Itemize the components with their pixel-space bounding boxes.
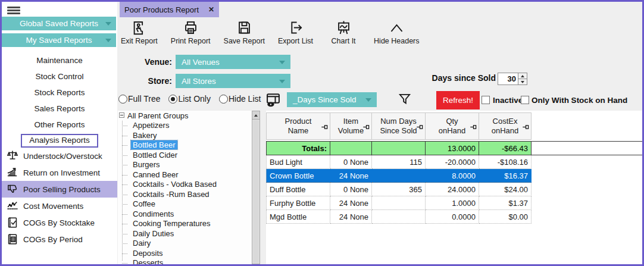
printer-icon — [183, 20, 199, 36]
days-since-sold-value[interactable]: 30 — [498, 73, 518, 85]
qty-onhand-cell: 0.0000 — [426, 210, 479, 224]
pin-icon[interactable] — [363, 124, 370, 130]
sidebar-item-poor-selling-products[interactable]: Poor Selling Products — [2, 181, 117, 198]
days-since-sold-stepper[interactable]: 30 — [498, 73, 527, 85]
sidebar-item-cogs-by-period[interactable]: COGs By Period — [2, 231, 117, 248]
close-icon[interactable]: ✕ — [208, 5, 214, 14]
tree-scrollbar[interactable] — [252, 111, 260, 264]
sort-column-select[interactable]: _Days Since Sold — [287, 92, 377, 107]
tree-item[interactable]: Canned Beer — [118, 170, 252, 180]
store-select[interactable]: All Stores — [176, 74, 290, 88]
sidebar-item-analysis-reports[interactable]: Analysis Reports — [2, 133, 117, 149]
column-header-num-days-since-sold[interactable]: Num DaysSince Sold — [372, 112, 426, 140]
sidebar-item-other-reports[interactable]: Other Reports — [2, 117, 117, 133]
column-header-item-volume[interactable]: ItemVolume — [330, 112, 372, 140]
tree-item[interactable]: Appetizers — [118, 121, 252, 131]
tab-poor-products-report[interactable]: Poor Products Report ✕ — [120, 2, 219, 17]
save-report-button[interactable]: Save Report — [224, 20, 265, 45]
store-label: Store: — [115, 76, 172, 86]
global-saved-reports-label: Global Saved Reports — [20, 19, 98, 28]
spin-up-button[interactable] — [518, 73, 527, 79]
tree-item[interactable]: Cooking Temperatures — [118, 219, 252, 229]
exit-door-icon — [131, 20, 147, 36]
radio-circle — [219, 95, 228, 104]
pin-icon[interactable] — [470, 124, 477, 130]
pin-icon[interactable] — [523, 124, 529, 130]
tree-item[interactable]: Burgers — [118, 160, 252, 170]
collapse-icon[interactable] — [119, 112, 124, 118]
tree-item[interactable]: Desserts — [118, 258, 252, 264]
radio-hide-list[interactable]: Hide List — [219, 94, 261, 104]
tree-item[interactable]: Coffee — [118, 199, 252, 209]
tree-item[interactable]: Cocktails -Rum Based — [118, 190, 252, 200]
radio-full-tree[interactable]: Full Tree — [118, 94, 160, 104]
only-with-stock-checkbox[interactable] — [521, 96, 529, 104]
totals-item-volume — [330, 142, 372, 155]
filter-button[interactable] — [397, 91, 412, 110]
parent-groups-tree: All Parent Groups AppetizersBakeryBottle… — [118, 111, 252, 264]
inactive-checkbox-label: Inactive — [493, 96, 523, 105]
pin-icon[interactable] — [321, 124, 328, 130]
chevron-up-icon — [389, 20, 405, 36]
chevron-down-icon — [279, 61, 285, 64]
sidebar-item-return-on-investment[interactable]: Return on Investment — [2, 164, 117, 181]
scroll-up-button[interactable] — [252, 111, 260, 120]
tree-item[interactable]: Condiments — [118, 209, 252, 220]
table-row[interactable]: Duff Bottle 0 None 365 24.0000 $24.00 — [266, 183, 642, 196]
my-saved-reports-label: My Saved Reports — [26, 36, 92, 45]
print-report-button[interactable]: Print Report — [171, 20, 211, 45]
column-header-product-name[interactable]: ProductName — [266, 112, 330, 140]
tree-root-all-parent-groups[interactable]: All Parent Groups — [118, 111, 252, 121]
tree-item[interactable]: Bottled Cider — [118, 151, 252, 161]
tree-item[interactable]: Cocktails - Vodka Based — [118, 180, 252, 190]
venue-select[interactable]: All Venues — [176, 55, 290, 69]
chevron-down-icon — [105, 39, 111, 42]
refresh-button[interactable]: Refresh! — [436, 91, 480, 109]
tree-item[interactable]: Deposits — [118, 249, 252, 259]
radio-list-only[interactable]: List Only — [168, 94, 210, 104]
radio-circle-selected — [168, 95, 177, 104]
exit-report-button[interactable]: Exit Report — [121, 20, 158, 45]
sidebar-item-understock-overstock[interactable]: Understock/Overstock — [2, 148, 117, 164]
column-header-costex-onhand[interactable]: CostExonHand — [479, 112, 532, 140]
column-header-qty-onhand[interactable]: QtyonHand — [426, 112, 479, 140]
spin-down-button[interactable] — [518, 79, 527, 85]
num-days-cell — [372, 210, 426, 224]
sidebar-item-maintenance[interactable]: Maintenance — [2, 52, 117, 68]
pin-icon[interactable] — [417, 124, 423, 130]
table-row[interactable]: Mgd Bottle 24 None 0.0000 $0.00 — [266, 210, 642, 224]
sidebar-item-stock-reports[interactable]: Stock Reports — [2, 85, 117, 101]
hide-headers-button[interactable]: Hide Headers — [374, 20, 419, 45]
column-chooser-button[interactable] — [265, 90, 282, 108]
export-list-button[interactable]: Export List — [278, 20, 313, 45]
sidebar-item-cogs-by-stocktake[interactable]: COGs By Stocktake — [2, 214, 117, 231]
view-mode-radios: Full Tree List Only Hide List — [118, 94, 261, 104]
costex-onhand-cell: $16.37 — [479, 169, 532, 183]
inactive-checkbox[interactable] — [482, 96, 490, 104]
export-arrow-icon — [287, 20, 304, 36]
line-chart-icon — [6, 199, 19, 212]
table-row[interactable]: Crown Bottle 24 None 8.0000 $16.37 — [266, 169, 642, 183]
product-name-cell: Bud Light — [266, 155, 330, 169]
global-saved-reports-dropdown[interactable]: Global Saved Reports — [2, 17, 116, 30]
chart-it-button[interactable]: Chart It — [326, 20, 361, 45]
product-name-cell: Duff Bottle — [266, 183, 330, 196]
table-row[interactable]: Furphy Bottle 24 None 1.0000 $1.37 — [266, 196, 642, 210]
tree-item[interactable]: Bakery — [118, 131, 252, 141]
table-row[interactable]: Bud Light 0 None 115 -20.0000 -$108.16 — [266, 155, 642, 169]
menu-icon[interactable] — [7, 5, 20, 16]
scrollbar-thumb[interactable] — [253, 120, 259, 263]
tab-bar: Poor Products Report ✕ — [117, 2, 642, 17]
my-saved-reports-dropdown[interactable]: My Saved Reports — [2, 33, 116, 47]
scales-icon — [6, 149, 19, 162]
totals-label: Totals: — [266, 142, 330, 155]
tree-item[interactable]: Bottled Beer — [118, 140, 252, 151]
sidebar-item-cost-movements[interactable]: Cost Movements — [2, 198, 117, 214]
num-days-cell: 365 — [372, 183, 426, 196]
tree-item[interactable]: Daily Duties — [118, 229, 252, 239]
costex-onhand-cell: $24.00 — [479, 183, 532, 196]
sidebar-item-sales-reports[interactable]: Sales Reports — [2, 101, 117, 117]
tree-item[interactable]: Dairy — [118, 239, 252, 249]
sidebar-item-stock-control[interactable]: Stock Control — [2, 68, 117, 85]
floppy-disk-icon — [236, 20, 252, 36]
